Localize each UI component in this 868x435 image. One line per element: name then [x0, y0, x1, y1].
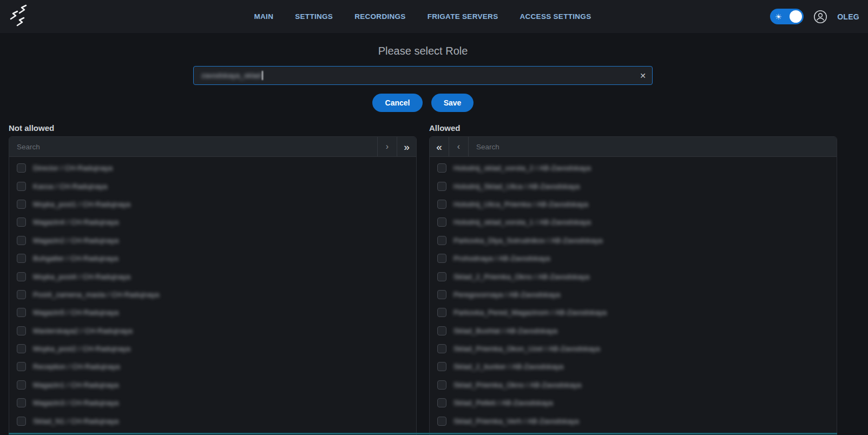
item-checkbox[interactable] [437, 290, 446, 299]
list-item[interactable]: Moyka_post1 / CH-Radujnaya [9, 195, 416, 213]
list-item[interactable]: Holodnij_Ulica_Priemka / AB-Zavodskaya [430, 195, 837, 213]
nav-access-settings[interactable]: ACCESS SETTINGS [520, 12, 591, 21]
toggle-knob[interactable] [790, 10, 802, 23]
clear-input-icon[interactable]: ✕ [640, 72, 646, 80]
theme-toggle[interactable]: ☀ [770, 9, 804, 24]
nav-settings[interactable]: SETTINGS [295, 12, 333, 21]
list-item[interactable]: Magazin5 / CH-Radujnaya [9, 304, 416, 321]
list-item[interactable]: Sklad_Priemka_Okno / AB-Zavodskaya [430, 376, 837, 394]
list-item[interactable]: Magazin4 / CH-Radujnaya [9, 213, 416, 231]
item-checkbox[interactable] [17, 398, 26, 407]
allowed-toolbar: « ‹ [430, 137, 837, 157]
item-checkbox[interactable] [17, 417, 26, 426]
allowed-title: Allowed [429, 123, 837, 134]
item-label: Peregovornaya / AB-Zavodskaya [453, 291, 560, 299]
item-label: Magazin5 / CH-Radujnaya [33, 308, 119, 317]
list-item[interactable]: Moyka_post2 / CH-Radujnaya [9, 340, 416, 358]
item-label: Holodnij_sklad_vorota_2 / AB-Zavodskaya [453, 164, 591, 172]
item-checkbox[interactable] [437, 326, 446, 335]
item-checkbox[interactable] [17, 290, 26, 299]
item-label: Sklad_2_bunker / AB-Zavodskaya [453, 362, 563, 371]
item-checkbox[interactable] [437, 272, 446, 281]
allowed-search-input[interactable] [469, 137, 837, 156]
list-item[interactable]: Buhgalter / CH-Radujnaya [9, 249, 416, 267]
list-item[interactable]: Parkovka_Dlya_Sotrudnikov / AB-Zavodskay… [430, 232, 837, 249]
list-item[interactable]: Magazin2 / CH-Radujnaya [9, 232, 416, 249]
list-item[interactable]: Holodnij_Sklad_Ulica / AB-Zavodskaya [430, 177, 837, 195]
nav-frigate-servers[interactable]: FRIGATE SERVERS [428, 12, 498, 21]
app-logo-icon[interactable] [8, 4, 29, 29]
list-item[interactable]: Parkovka_Pered_Magazinom / AB-Zavodskaya [430, 304, 837, 321]
item-checkbox[interactable] [17, 163, 26, 173]
list-item[interactable]: Post4_zamena_masla / CH-Radujnaya [9, 286, 416, 304]
move-all-right-button[interactable]: » [397, 137, 416, 156]
item-checkbox[interactable] [437, 182, 446, 191]
not-allowed-list: Director / CH-Radujnaya Kassa / CH-Raduj… [9, 157, 416, 430]
list-item[interactable]: Sklad_Priemka_Verh / AB-Zavodskaya [430, 412, 837, 430]
item-checkbox[interactable] [17, 326, 26, 335]
list-item[interactable]: Kassa / CH-Radujnaya [9, 177, 416, 195]
item-checkbox[interactable] [17, 344, 26, 353]
list-item[interactable]: Sklad_N1 / CH-Radujnaya [9, 412, 416, 430]
item-label: Sklad_Priemka_Okon_Uzel / AB-Zavodskaya [453, 345, 600, 353]
item-label: Buhgalter / CH-Radujnaya [33, 254, 119, 262]
move-all-left-button[interactable]: « [430, 137, 449, 156]
username[interactable]: OLEG [837, 12, 859, 21]
list-item[interactable]: Peregovornaya / AB-Zavodskaya [430, 286, 837, 304]
item-checkbox[interactable] [17, 272, 26, 281]
panel-headers: Not allowed Allowed [9, 123, 837, 134]
item-checkbox[interactable] [437, 200, 446, 209]
item-checkbox[interactable] [437, 163, 446, 173]
item-checkbox[interactable] [437, 362, 446, 371]
item-checkbox[interactable] [437, 217, 446, 227]
list-item[interactable]: Prohodnaya / AB-Zavodskaya [430, 249, 837, 267]
list-item[interactable]: Moyka_post4 / CH-Radujnaya [9, 267, 416, 285]
item-checkbox[interactable] [437, 398, 446, 407]
move-selected-left-button[interactable]: ‹ [449, 137, 469, 156]
item-label: Moyka_post1 / CH-Radujnaya [33, 200, 130, 208]
not-allowed-search-input[interactable] [9, 137, 377, 156]
item-checkbox[interactable] [17, 182, 26, 191]
item-label: Masterskaya2 / CH-Radujnaya [33, 327, 133, 335]
item-checkbox[interactable] [437, 254, 446, 263]
item-checkbox[interactable] [17, 200, 26, 209]
item-checkbox[interactable] [437, 236, 446, 245]
item-label: Moyka_post4 / CH-Radujnaya [33, 273, 130, 281]
text-caret [262, 71, 263, 80]
item-label: Parkovka_Dlya_Sotrudnikov / AB-Zavodskay… [453, 236, 602, 245]
list-item[interactable]: Sklad_Pelleti / AB-Zavodskaya [430, 394, 837, 412]
access-settings-page: MAIN SETTINGS RECORDINGS FRIGATE SERVERS… [0, 0, 868, 435]
list-item[interactable]: Magazin3 / CH-Radujnaya [9, 394, 416, 412]
list-item[interactable]: Sklad_Priemka_Okon_Uzel / AB-Zavodskaya [430, 340, 837, 358]
item-checkbox[interactable] [17, 308, 26, 317]
item-label: Magazin2 / CH-Radujnaya [33, 236, 119, 245]
list-item[interactable]: Sklad_2_Priemka_Okno / AB-Zavodskaya [430, 267, 837, 285]
list-item[interactable]: Sklad_Bushlat / AB-Zavodskaya [430, 322, 837, 340]
nav-main[interactable]: MAIN [254, 12, 274, 21]
item-checkbox[interactable] [17, 236, 26, 245]
role-input[interactable]: zavodskaya_sklad ✕ [193, 66, 653, 85]
item-checkbox[interactable] [437, 344, 446, 353]
list-item[interactable]: Reception / CH-Radujnaya [9, 358, 416, 375]
item-label: Sklad_N1 / CH-Radujnaya [33, 417, 119, 425]
nav-recordings[interactable]: RECORDINGS [354, 12, 406, 21]
cancel-button[interactable]: Cancel [372, 94, 423, 112]
item-checkbox[interactable] [437, 308, 446, 317]
list-item[interactable]: Holodnij_sklad_vorota_1 / AB-Zavodskaya [430, 213, 837, 231]
item-checkbox[interactable] [17, 362, 26, 371]
list-item[interactable]: Magazin1 / CH-Radujnaya [9, 376, 416, 394]
item-checkbox[interactable] [437, 417, 446, 426]
save-button[interactable]: Save [431, 94, 474, 112]
item-checkbox[interactable] [17, 217, 26, 227]
item-checkbox[interactable] [17, 254, 26, 263]
list-item[interactable]: Sklad_2_bunker / AB-Zavodskaya [430, 358, 837, 375]
item-checkbox[interactable] [17, 380, 26, 390]
item-checkbox[interactable] [437, 380, 446, 390]
list-item[interactable]: Director / CH-Radujnaya [9, 159, 416, 177]
item-label: Sklad_Pelleti / AB-Zavodskaya [453, 399, 553, 407]
user-avatar-icon[interactable] [813, 10, 827, 24]
list-item[interactable]: Masterskaya2 / CH-Radujnaya [9, 322, 416, 340]
navbar-right: ☀ OLEG [770, 0, 859, 33]
move-selected-right-button[interactable]: › [377, 137, 397, 156]
list-item[interactable]: Holodnij_sklad_vorota_2 / AB-Zavodskaya [430, 159, 837, 177]
